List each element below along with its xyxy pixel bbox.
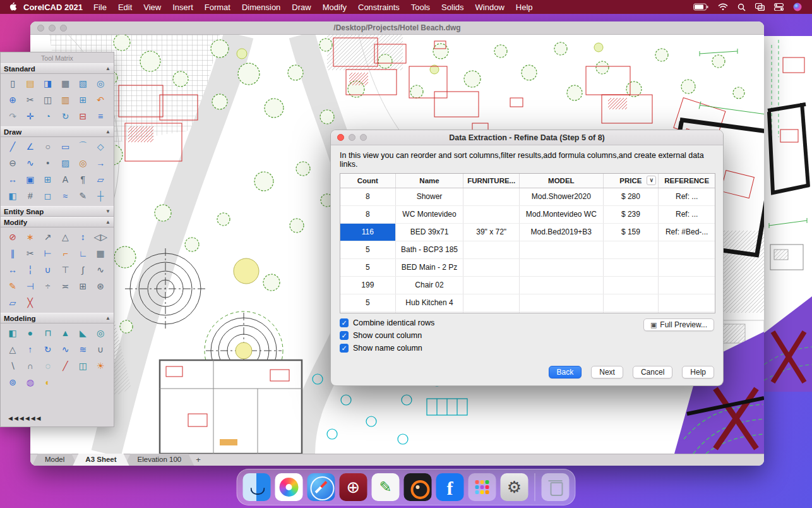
table-row[interactable]: 1Sink Bath - Mod... bbox=[340, 312, 715, 313]
tool-matrix-overflow[interactable]: ◀◀◀◀◀◀ bbox=[1, 413, 114, 426]
photos-icon[interactable] bbox=[275, 473, 303, 501]
column-header-count[interactable]: Count bbox=[340, 174, 396, 188]
checkbox[interactable]: ✓ bbox=[340, 331, 349, 340]
table-cell[interactable] bbox=[463, 241, 520, 258]
scale-icon[interactable]: ↕ bbox=[75, 229, 91, 245]
collapse-arrow-icon[interactable]: ▲ bbox=[105, 315, 110, 321]
collapse-arrow-icon[interactable]: ▲ bbox=[105, 66, 110, 71]
table-cell[interactable]: Mod.Shower2020 bbox=[520, 188, 604, 205]
table-cell[interactable]: Ref: #Bed-... bbox=[659, 224, 715, 241]
hatch-icon[interactable]: ▨ bbox=[57, 155, 74, 171]
find-icon[interactable]: ◎ bbox=[92, 76, 109, 91]
section-header-entity-snap[interactable]: Entity Snap▼ bbox=[1, 206, 114, 217]
table-cell[interactable]: Chair 02 bbox=[396, 277, 464, 294]
table-cell[interactable] bbox=[463, 277, 520, 294]
checkbox-row[interactable]: ✓Show count column bbox=[340, 331, 434, 340]
pattern-icon[interactable]: ▦ bbox=[92, 246, 109, 261]
break-icon[interactable]: ╎ bbox=[22, 262, 39, 277]
tool-matrix-palette[interactable]: Tool Matrix Standard▲▯▤◨▦▧◎⊕✂◫▥⊞↶↷✛◔↻⊟≡D… bbox=[0, 52, 114, 427]
table-cell[interactable]: Mod.Bed2019+B3 bbox=[520, 224, 604, 241]
loft-icon[interactable]: ≋ bbox=[75, 342, 91, 357]
table-cell[interactable] bbox=[520, 294, 604, 311]
table-cell[interactable] bbox=[463, 312, 520, 313]
back-button[interactable]: Back bbox=[549, 366, 582, 378]
region-icon[interactable]: ▣ bbox=[22, 172, 39, 187]
table-cell[interactable] bbox=[604, 259, 659, 276]
weld-icon[interactable]: ∪ bbox=[40, 262, 56, 277]
text-icon[interactable]: A bbox=[57, 172, 74, 187]
chamfer-icon[interactable]: ∟ bbox=[75, 246, 91, 261]
box-icon[interactable]: ◧ bbox=[4, 325, 21, 341]
sketch-icon[interactable]: ✎ bbox=[75, 188, 91, 203]
table-cell[interactable] bbox=[520, 241, 604, 258]
subtract-icon[interactable]: ∖ bbox=[4, 358, 21, 373]
shell-icon[interactable]: ◌ bbox=[40, 358, 56, 373]
table-cell[interactable]: 39" x 72" bbox=[463, 224, 520, 241]
table-cell[interactable] bbox=[520, 259, 604, 276]
table-cell[interactable] bbox=[659, 312, 715, 313]
change-length-icon[interactable]: ⊣ bbox=[22, 279, 39, 294]
table-cell[interactable]: Ref: ... bbox=[659, 188, 715, 205]
table-cell[interactable]: Hub Kitchen 4 bbox=[396, 294, 464, 311]
sort-chevron-icon[interactable]: ∨ bbox=[647, 176, 656, 185]
intersect-icon[interactable]: ∩ bbox=[22, 358, 39, 373]
settings-icon[interactable] bbox=[501, 473, 528, 501]
table-cell[interactable] bbox=[463, 188, 520, 205]
table-cell[interactable] bbox=[659, 277, 715, 294]
edit-spline-icon[interactable]: ∿ bbox=[92, 262, 109, 277]
checkbox-row[interactable]: ✓Combine identical rows bbox=[340, 318, 434, 327]
table-cell[interactable]: BED Main - 2 Pz bbox=[396, 259, 464, 276]
collapse-arrow-icon[interactable]: ▲ bbox=[105, 129, 110, 135]
search-icon[interactable] bbox=[737, 3, 746, 11]
add-sheet-button[interactable]: + bbox=[189, 454, 207, 466]
user-switch-icon[interactable] bbox=[755, 3, 765, 11]
menu-item-modify[interactable]: Modify bbox=[317, 3, 352, 12]
menu-item-draw[interactable]: Draw bbox=[286, 3, 316, 12]
menu-item-help[interactable]: Help bbox=[510, 3, 539, 12]
section-header-draw[interactable]: Draw▲ bbox=[1, 126, 114, 137]
pen-app-icon[interactable] bbox=[372, 473, 400, 501]
table-cell[interactable]: $ 280 bbox=[604, 188, 659, 205]
table-row[interactable]: 8WC MontevideoMod.Montevideo WC$ 239Ref:… bbox=[340, 206, 715, 224]
dialog-titlebar[interactable]: Data Extraction - Refine Data (Step 5 of… bbox=[331, 130, 723, 145]
offset-icon[interactable]: ∥ bbox=[4, 246, 21, 261]
circle-icon[interactable]: ○ bbox=[40, 139, 56, 154]
align-icon[interactable]: ⊤ bbox=[57, 262, 74, 277]
table-row[interactable]: 5Hub Kitchen 4 bbox=[340, 294, 715, 312]
arc-icon[interactable]: ⌒ bbox=[75, 139, 91, 154]
menu-item-constraints[interactable]: Constraints bbox=[352, 3, 405, 12]
ellipse-icon[interactable]: ⊖ bbox=[4, 155, 21, 171]
table-cell[interactable]: 116 bbox=[340, 224, 396, 241]
layer-icon[interactable]: ⊟ bbox=[75, 109, 91, 124]
flatten-icon[interactable]: ▱ bbox=[4, 295, 21, 310]
fillet-icon[interactable]: ⌐ bbox=[57, 246, 74, 261]
apple-menu-icon[interactable] bbox=[9, 2, 17, 12]
section-header-standard[interactable]: Standard▲ bbox=[1, 63, 114, 74]
table-cell[interactable]: Ref: ... bbox=[659, 206, 715, 223]
cad-app-icon[interactable] bbox=[340, 473, 367, 501]
polyline-icon[interactable]: ∠ bbox=[22, 139, 39, 154]
table-cell[interactable]: Bath - BCP3 185 bbox=[396, 241, 464, 258]
table-cell[interactable] bbox=[604, 241, 659, 258]
divide-icon[interactable]: ÷ bbox=[40, 279, 56, 294]
table-cell[interactable] bbox=[659, 259, 715, 276]
rebuild-icon[interactable]: ↻ bbox=[57, 109, 74, 124]
app-menu-name[interactable]: CorelCAD 2021 bbox=[23, 3, 83, 12]
table-row[interactable]: 5BED Main - 2 Pz bbox=[340, 259, 715, 277]
checkbox-row[interactable]: ✓Show name column bbox=[340, 344, 434, 353]
layer-manager-icon[interactable]: ≡ bbox=[92, 109, 109, 124]
material-icon[interactable]: ◍ bbox=[22, 375, 39, 390]
pan-icon[interactable]: ✛ bbox=[22, 109, 39, 124]
block-icon[interactable]: ▱ bbox=[92, 172, 109, 187]
table-cell[interactable]: 1 bbox=[340, 312, 396, 313]
edit-polyline-icon[interactable]: ∫ bbox=[75, 262, 91, 277]
wipeout-icon[interactable]: ◻ bbox=[40, 188, 56, 203]
render-icon[interactable]: ☀ bbox=[92, 358, 109, 373]
menu-item-tools[interactable]: Tools bbox=[405, 3, 436, 12]
wifi-icon[interactable] bbox=[718, 3, 728, 11]
boundary-icon[interactable]: # bbox=[22, 188, 39, 203]
split-icon[interactable]: ╳ bbox=[22, 295, 39, 310]
property-painter-icon[interactable]: ⊞ bbox=[75, 92, 91, 107]
column-header-model[interactable]: MODEL bbox=[520, 174, 604, 188]
table-cell[interactable]: 5 bbox=[340, 294, 396, 311]
